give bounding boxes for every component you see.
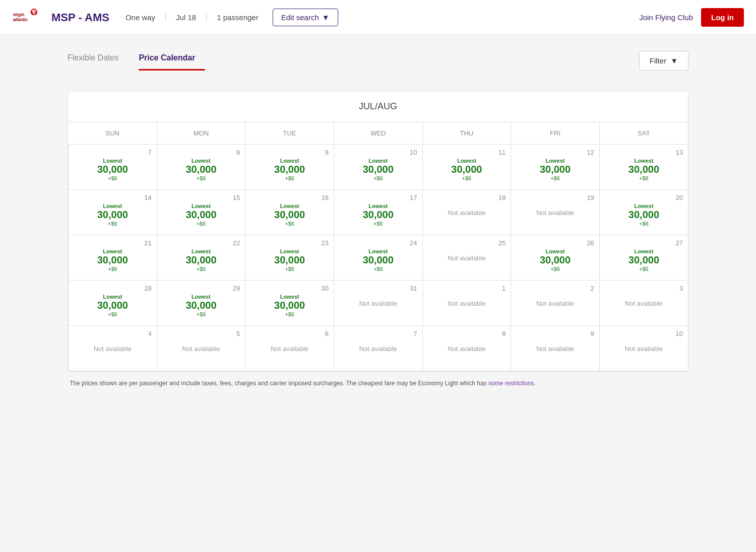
calendar-cell: 4Not available	[69, 326, 157, 371]
price-surcharge: +$6	[73, 311, 153, 317]
day-number: 31	[410, 285, 417, 292]
calendar-cell: 9Not available	[511, 326, 600, 371]
calendar-cell[interactable]: 23Lowest30,000+$6	[245, 235, 334, 281]
calendar-week-row: 14Lowest30,000+$615Lowest30,000+$616Lowe…	[69, 190, 688, 235]
calendar-cell[interactable]: 10Lowest30,000+$6	[334, 145, 422, 190]
calendar-table: SUNMONTUEWEDTHUFRISAT 7Lowest30,000+$68L…	[68, 122, 688, 371]
price-points: 30,000	[604, 164, 684, 175]
lowest-label: Lowest	[604, 158, 684, 164]
price-points: 30,000	[73, 300, 153, 311]
not-available-label: Not available	[515, 300, 595, 307]
logo-area: virgin atlantic	[12, 6, 39, 29]
calendar-cell: 25Not available	[422, 235, 511, 281]
price-surcharge: +$6	[249, 311, 330, 317]
calendar-cell[interactable]: 13Lowest30,000+$6	[599, 145, 688, 190]
calendar-cell[interactable]: 11Lowest30,000+$6	[422, 145, 511, 190]
day-number: 17	[410, 194, 417, 201]
price-surcharge: +$6	[427, 175, 507, 181]
calendar-cell[interactable]: 15Lowest30,000+$6	[157, 190, 245, 235]
join-flying-club-link[interactable]: Join Flying Club	[639, 13, 693, 22]
price-surcharge: +$6	[515, 175, 595, 181]
price-points: 30,000	[249, 300, 330, 311]
lowest-label: Lowest	[249, 158, 330, 164]
day-number: 10	[410, 149, 417, 156]
calendar-cell[interactable]: 28Lowest30,000+$6	[69, 281, 157, 326]
price-points: 30,000	[161, 164, 241, 175]
calendar-cell[interactable]: 7Lowest30,000+$6	[69, 145, 157, 190]
tab-flexible-dates[interactable]: Flexible Dates	[68, 47, 129, 71]
day-number: 26	[587, 239, 594, 247]
tab-price-calendar[interactable]: Price Calendar	[139, 47, 205, 71]
price-points: 30,000	[338, 164, 418, 175]
price-surcharge: +$6	[604, 266, 684, 272]
calendar-cell[interactable]: 27Lowest30,000+$6	[599, 235, 688, 281]
calendar-day-header: SAT	[599, 122, 688, 145]
calendar-cell[interactable]: 9Lowest30,000+$6	[245, 145, 334, 190]
day-number: 29	[233, 285, 240, 292]
price-points: 30,000	[73, 209, 153, 221]
not-available-label: Not available	[338, 345, 418, 353]
day-number: 6	[325, 330, 329, 337]
lowest-label: Lowest	[338, 203, 418, 209]
header-info: One way Jul 18 1 passenger	[125, 13, 269, 22]
price-surcharge: +$6	[73, 175, 153, 181]
day-number: 28	[144, 285, 151, 292]
price-points: 30,000	[338, 254, 418, 266]
day-number: 1	[502, 285, 506, 292]
price-surcharge: +$6	[161, 221, 241, 227]
filter-button[interactable]: Filter ▼	[639, 51, 688, 71]
price-surcharge: +$6	[338, 175, 418, 181]
lowest-label: Lowest	[515, 248, 595, 254]
not-available-label: Not available	[427, 254, 507, 262]
calendar-cell: 6Not available	[245, 326, 334, 371]
login-button[interactable]: Log in	[701, 8, 744, 27]
passengers: 1 passenger	[207, 13, 269, 22]
price-surcharge: +$6	[249, 266, 330, 272]
day-number: 9	[325, 149, 329, 156]
not-available-label: Not available	[515, 345, 595, 353]
calendar-week-row: 28Lowest30,000+$629Lowest30,000+$630Lowe…	[69, 281, 688, 326]
lowest-label: Lowest	[73, 248, 153, 254]
calendar-cell: 2Not available	[511, 281, 600, 326]
lowest-label: Lowest	[161, 248, 241, 254]
edit-search-button[interactable]: Edit search ▼	[273, 9, 338, 26]
not-available-label: Not available	[604, 345, 684, 353]
calendar-cell[interactable]: 16Lowest30,000+$6	[245, 190, 334, 235]
calendar-cell[interactable]: 17Lowest30,000+$6	[334, 190, 422, 235]
calendar-cell[interactable]: 14Lowest30,000+$6	[69, 190, 157, 235]
price-surcharge: +$6	[604, 175, 684, 181]
day-number: 30	[321, 285, 328, 292]
lowest-label: Lowest	[161, 203, 241, 209]
calendar-cell[interactable]: 12Lowest30,000+$6	[511, 145, 600, 190]
calendar-cell[interactable]: 8Lowest30,000+$6	[157, 145, 245, 190]
price-points: 30,000	[73, 164, 153, 175]
calendar-cell[interactable]: 24Lowest30,000+$6	[334, 235, 422, 281]
lowest-label: Lowest	[427, 158, 507, 164]
lowest-label: Lowest	[73, 203, 153, 209]
lowest-label: Lowest	[249, 248, 330, 254]
lowest-label: Lowest	[161, 158, 241, 164]
calendar-cell[interactable]: 22Lowest30,000+$6	[157, 235, 245, 281]
calendar-week-row: 21Lowest30,000+$622Lowest30,000+$623Lowe…	[69, 235, 688, 281]
calendar-day-header: FRI	[511, 122, 600, 145]
calendar-day-header: THU	[422, 122, 511, 145]
calendar-cell[interactable]: 21Lowest30,000+$6	[69, 235, 157, 281]
day-number: 10	[676, 330, 683, 337]
day-number: 4	[148, 330, 151, 337]
lowest-label: Lowest	[161, 294, 241, 300]
calendar-day-header: TUE	[245, 122, 334, 145]
route-label: MSP - AMS	[51, 11, 109, 24]
lowest-label: Lowest	[338, 248, 418, 254]
day-number: 8	[236, 149, 240, 156]
day-number: 7	[413, 330, 417, 337]
calendar-cell[interactable]: 20Lowest30,000+$6	[599, 190, 688, 235]
day-number: 2	[591, 285, 594, 292]
chevron-down-icon: ▼	[322, 13, 330, 22]
calendar-cell[interactable]: 30Lowest30,000+$6	[245, 281, 334, 326]
tabs-bar: Flexible Dates Price Calendar Filter ▼	[68, 47, 688, 71]
some-restrictions-link[interactable]: some restrictions	[488, 380, 534, 387]
calendar-cell[interactable]: 26Lowest30,000+$6	[511, 235, 600, 281]
calendar-cell[interactable]: 29Lowest30,000+$6	[157, 281, 245, 326]
calendar-cell: 8Not available	[422, 326, 511, 371]
lowest-label: Lowest	[249, 203, 330, 209]
